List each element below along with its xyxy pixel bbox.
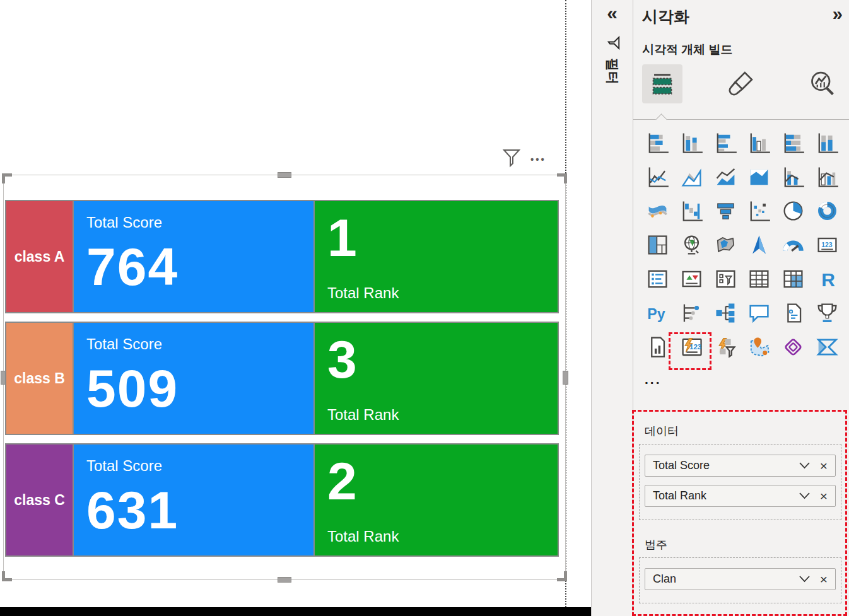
visual-icon-slicer[interactable]: [713, 266, 739, 292]
visual-icon-clustered-column-chart[interactable]: [746, 130, 772, 156]
resize-handle-bottom-right[interactable]: [557, 571, 567, 581]
visual-icon-card-new[interactable]: 123: [679, 334, 705, 360]
visual-icon-hundred-stacked-column-chart[interactable]: [814, 130, 840, 156]
remove-field-icon[interactable]: ×: [820, 459, 828, 472]
score-title: Total Score: [86, 457, 313, 475]
resize-handle-bottom-left[interactable]: [2, 571, 12, 581]
visual-icon-azure-map[interactable]: [746, 232, 772, 258]
visual-icon-donut-chart[interactable]: [814, 198, 840, 224]
visual-icon-treemap[interactable]: [645, 232, 670, 258]
chevron-down-icon[interactable]: [799, 462, 810, 469]
score-block: Total Score 631: [74, 445, 313, 555]
visual-icon-filled-map[interactable]: [713, 232, 739, 258]
resize-handle-top-right[interactable]: [557, 173, 567, 183]
tab-format-visual[interactable]: [720, 64, 761, 103]
visual-icon-gauge[interactable]: [780, 232, 806, 258]
visual-icon-hundred-stacked-area-chart[interactable]: [746, 164, 772, 190]
visual-icon-r-script-visual[interactable]: R: [814, 266, 840, 292]
visual-icon-pie-chart[interactable]: [780, 198, 806, 224]
filter-funnel-icon: [604, 35, 621, 50]
visual-icon-power-apps[interactable]: [780, 334, 806, 360]
score-value: 509: [86, 362, 313, 415]
chevron-down-icon[interactable]: [799, 576, 810, 583]
visual-icon-decomposition-tree[interactable]: [713, 300, 739, 326]
filter-icon[interactable]: [501, 147, 522, 171]
visual-icon-paginated-report[interactable]: [645, 334, 670, 360]
field-pill-clan[interactable]: Clan ×: [645, 568, 836, 590]
remove-field-icon[interactable]: ×: [820, 489, 828, 503]
visual-icon-line-clustered-column-chart[interactable]: [814, 164, 840, 190]
filters-pane-header[interactable]: 필터: [602, 35, 623, 111]
rank-title: Total Rank: [327, 406, 558, 424]
field-name: Total Score: [653, 459, 799, 472]
visual-icon-area-chart[interactable]: [679, 164, 705, 190]
visual-icon-power-automate[interactable]: [814, 334, 840, 360]
visual-icon-multi-row-card[interactable]: [645, 266, 670, 292]
visual-icon-ribbon-chart[interactable]: [645, 198, 670, 224]
rank-block: 3 Total Rank: [315, 323, 558, 434]
visual-icon-q-and-a[interactable]: [746, 300, 772, 326]
score-title: Total Score: [86, 335, 313, 353]
collapse-pane-icon[interactable]: «: [592, 3, 633, 24]
tab-analytics[interactable]: [802, 64, 843, 103]
build-visual-icon: [648, 69, 677, 98]
visual-icon-line-stacked-column-chart[interactable]: [780, 164, 806, 190]
visual-icon-stacked-bar-chart[interactable]: [645, 130, 670, 156]
build-visual-section-title: 시각적 개체 빌드: [642, 42, 733, 58]
score-value: 764: [86, 240, 313, 293]
resize-handle-right[interactable]: [563, 371, 568, 385]
visual-icon-smart-narrative[interactable]: [780, 300, 806, 326]
chevron-down-icon[interactable]: [799, 492, 810, 499]
powerbi-window: ••• class A Total Score 764 1 Total Rank: [0, 0, 849, 616]
well-category-dropzone[interactable]: Clan ×: [639, 557, 841, 603]
resize-handle-top-left[interactable]: [2, 173, 12, 183]
format-paintbrush-icon: [727, 70, 754, 98]
score-value: 631: [86, 484, 313, 537]
rank-value: 3: [327, 333, 558, 386]
more-visuals-button[interactable]: ...: [645, 372, 662, 387]
score-block: Total Score 509: [74, 323, 313, 434]
svg-text:Py: Py: [648, 306, 665, 322]
visual-icon-metrics[interactable]: [814, 300, 840, 326]
visual-icon-card[interactable]: 123: [814, 232, 840, 258]
field-pill-total-score[interactable]: Total Score ×: [645, 455, 836, 477]
visual-icon-clustered-bar-chart[interactable]: [713, 130, 739, 156]
visual-icon-funnel-chart[interactable]: [713, 198, 739, 224]
visual-icon-scatter-chart[interactable]: [746, 198, 772, 224]
visual-icon-line-chart[interactable]: [645, 164, 670, 190]
visual-icon-kpi[interactable]: [679, 266, 705, 292]
visual-icon-arcgis-map[interactable]: [746, 334, 772, 360]
svg-text:123: 123: [689, 343, 701, 351]
rank-title: Total Rank: [327, 284, 558, 302]
visual-gallery: 123RPy123: [641, 130, 844, 360]
visual-icon-matrix[interactable]: [780, 266, 806, 292]
visual-icon-slicer-new[interactable]: [713, 334, 739, 360]
visual-icon-stacked-area-chart[interactable]: [713, 164, 739, 190]
field-name: Total Rank: [653, 489, 799, 503]
visual-icon-python-visual[interactable]: Py: [645, 300, 670, 326]
visualizations-pane: 시각화 » 시각적 개체 빌드 123RPy1: [633, 0, 849, 616]
category-block: class C: [6, 445, 73, 555]
expand-pane-icon[interactable]: »: [833, 4, 843, 25]
visual-icon-waterfall-chart[interactable]: [679, 198, 705, 224]
svg-text:R: R: [821, 269, 835, 290]
score-title: Total Score: [86, 214, 313, 231]
visual-icon-key-influencers[interactable]: [679, 300, 705, 326]
resize-handle-top[interactable]: [278, 172, 291, 178]
rank-block: 2 Total Rank: [315, 445, 558, 555]
tab-build-visual[interactable]: [642, 64, 682, 103]
rank-value: 2: [327, 455, 558, 508]
pane-title: 시각화: [642, 6, 689, 27]
remove-field-icon[interactable]: ×: [820, 572, 828, 586]
visual-icon-hundred-stacked-bar-chart[interactable]: [780, 130, 806, 156]
card-row-class-a: class A Total Score 764 1 Total Rank: [5, 200, 559, 313]
field-pill-total-rank[interactable]: Total Rank ×: [645, 485, 836, 507]
visual-icon-table[interactable]: [746, 266, 772, 292]
resize-handle-bottom[interactable]: [278, 577, 291, 583]
multi-row-card-visual[interactable]: class A Total Score 764 1 Total Rank cla…: [5, 200, 559, 565]
card-row-class-b: class B Total Score 509 3 Total Rank: [5, 322, 559, 435]
more-options-icon[interactable]: •••: [530, 154, 546, 165]
visual-icon-map[interactable]: [679, 232, 705, 258]
well-data-dropzone[interactable]: Total Score × Total Rank ×: [639, 444, 841, 520]
visual-icon-stacked-column-chart[interactable]: [679, 130, 705, 156]
